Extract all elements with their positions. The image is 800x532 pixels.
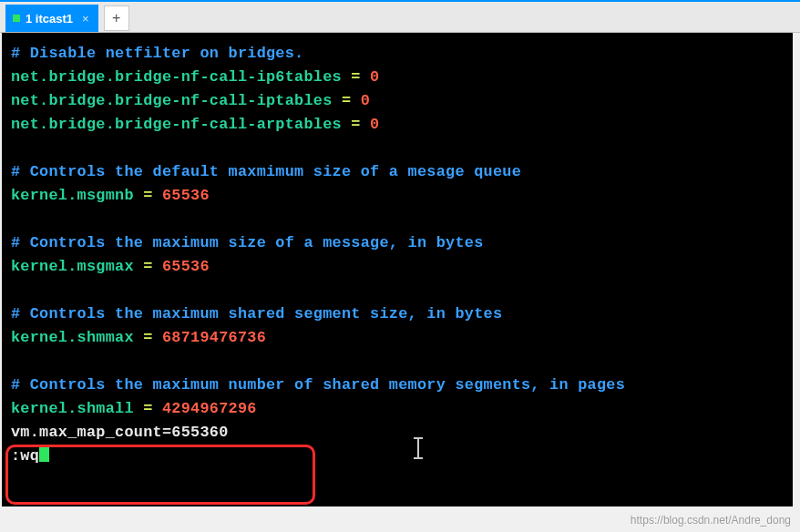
- terminal-viewport[interactable]: # Disable netfilter on bridges.net.bridg…: [2, 33, 793, 506]
- terminal-line: net.bridge.bridge-nf-call-ip6tables = 0: [11, 66, 787, 89]
- cursor-block-icon: [39, 445, 49, 462]
- terminal-line: kernel.msgmnb = 65536: [11, 184, 787, 208]
- terminal-line: net.bridge.bridge-nf-call-iptables = 0: [11, 89, 787, 113]
- terminal-line: :wq: [11, 445, 787, 468]
- terminal-line: net.bridge.bridge-nf-call-arptables = 0: [11, 113, 787, 137]
- terminal-line: kernel.msgmax = 65536: [11, 255, 787, 279]
- terminal-line: # Controls the maximum shared segment si…: [11, 302, 787, 326]
- terminal-line: # Controls the maximum size of a message…: [11, 231, 787, 255]
- terminal-line: [11, 137, 787, 160]
- tab-bar: 1 itcast1 × +: [0, 0, 800, 33]
- tab-active[interactable]: 1 itcast1 ×: [5, 5, 98, 32]
- terminal-line: [11, 208, 787, 231]
- terminal-line: # Controls the default maxmimum size of …: [11, 160, 787, 184]
- close-icon[interactable]: ×: [78, 12, 89, 26]
- terminal-line: # Disable netfilter on bridges.: [11, 42, 787, 66]
- terminal-line: kernel.shmall = 4294967296: [11, 397, 787, 421]
- watermark-text: https://blog.csdn.net/Andre_dong: [631, 514, 791, 527]
- status-dot-icon: [13, 15, 20, 22]
- terminal-content: # Disable netfilter on bridges.net.bridg…: [11, 42, 787, 468]
- tab-label: 1 itcast1: [26, 12, 73, 26]
- terminal-line: vm.max_map_count=655360: [11, 421, 787, 445]
- terminal-line: kernel.shmmax = 68719476736: [11, 326, 787, 350]
- terminal-line: # Controls the maximum number of shared …: [11, 373, 787, 397]
- terminal-line: [11, 279, 787, 302]
- terminal-line: [11, 350, 787, 373]
- new-tab-button[interactable]: +: [104, 5, 129, 31]
